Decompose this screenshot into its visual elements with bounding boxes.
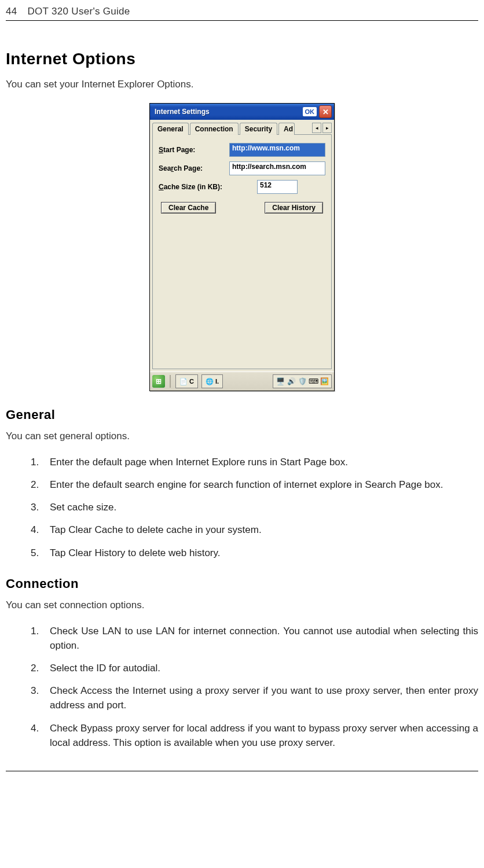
list-item: Tap Clear Cache to delete cache in your … [42,523,478,537]
search-page-input[interactable]: http://search.msn.com [229,161,325,175]
heading-general: General [6,407,478,422]
window-title: Internet Settings [155,108,303,116]
clear-history-button[interactable]: Clear History [265,202,323,214]
connection-steps-list: Check Use LAN to use LAN for internet co… [6,624,478,750]
windows-flag-icon: ⊞ [156,377,162,385]
page-header: 44 DOT 320 User's Guide [6,6,478,21]
tab-security[interactable]: Security [240,123,277,135]
keyboard-icon[interactable]: ⌨ [309,377,318,386]
taskbar-item-1[interactable]: 📄 C [175,374,198,388]
list-item: Select the ID for autodial. [42,661,478,675]
search-page-label: Search Page: [159,164,229,172]
taskbar-separator [170,375,171,388]
header-title: DOT 320 User's Guide [28,6,130,17]
footer-rule [6,771,478,771]
list-item: Check Bypass proxy server for local addr… [42,721,478,750]
clear-cache-button[interactable]: Clear Cache [161,202,216,214]
tab-connection[interactable]: Connection [190,123,239,135]
start-page-input[interactable]: http://www.msn.com [229,143,325,157]
file-icon: 📄 [179,378,188,385]
tab-body: Start Page: http://www.msn.com Search Pa… [152,134,332,369]
list-item: Tap Clear History to delete web history. [42,546,478,560]
chevron-left-icon: ◂ [316,125,318,131]
tab-scroll-right[interactable]: ▸ [322,123,332,133]
desktop-icon[interactable]: 🖼️ [320,377,329,386]
taskbar: ⊞ 📄 C 🌐 I. 🖥️ 🔊 🛡️ ⌨ 🖼️ [150,372,334,391]
system-tray: 🖥️ 🔊 🛡️ ⌨ 🖼️ [273,374,332,388]
list-item: Check Access the Internet using a proxy … [42,683,478,712]
screenshot-window: Internet Settings OK ✕ General Connectio… [149,103,335,391]
tab-general[interactable]: General [152,123,189,135]
tray-icon-1[interactable]: 🖥️ [276,377,285,386]
cache-size-input[interactable]: 512 [257,180,298,194]
chevron-right-icon: ▸ [326,125,329,131]
tab-advanced-cut[interactable]: Ad [278,123,295,135]
taskbar-item-2[interactable]: 🌐 I. [201,374,223,388]
general-steps-list: Enter the default page when Internet Exp… [6,455,478,560]
intro-text: You can set your Internet Explorer Optio… [6,79,478,90]
tab-bar: General Connection Security Ad ◂ ▸ [150,120,334,134]
globe-icon: 🌐 [206,378,214,385]
window-titlebar: Internet Settings OK ✕ [150,104,334,120]
connection-intro: You can set connection options. [6,599,478,611]
list-item: Check Use LAN to use LAN for internet co… [42,624,478,653]
tray-icon-3[interactable]: 🛡️ [298,377,307,386]
heading-connection: Connection [6,576,478,591]
close-button[interactable]: ✕ [319,105,332,118]
tray-icon-2[interactable]: 🔊 [287,377,296,386]
start-button[interactable]: ⊞ [152,375,165,388]
list-item: Set cache size. [42,500,478,514]
tab-scroll-left[interactable]: ◂ [312,123,321,133]
list-item: Enter the default page when Internet Exp… [42,455,478,469]
general-intro: You can set general options. [6,431,478,442]
heading-h1: Internet Options [6,50,478,68]
tab-scroll: ◂ ▸ [312,123,332,134]
list-item: Enter the default search engine for sear… [42,477,478,492]
cache-size-label: Cache Size (in KB): [159,183,257,191]
page-number: 44 [6,6,17,17]
ok-button[interactable]: OK [303,107,317,116]
start-page-label: Start Page: [159,146,229,154]
close-icon: ✕ [322,108,329,116]
